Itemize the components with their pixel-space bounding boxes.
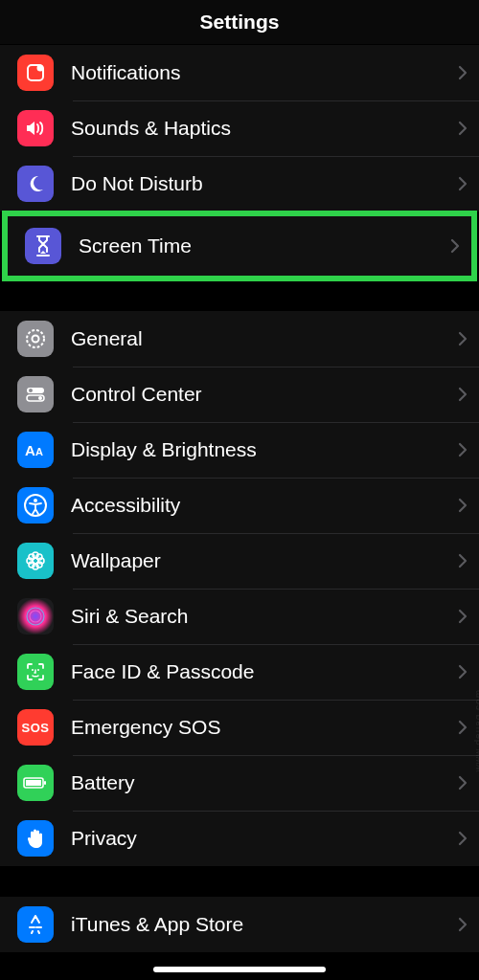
row-label: Accessibility	[71, 494, 458, 517]
switches-icon	[17, 376, 54, 412]
row-accessibility[interactable]: Accessibility	[0, 478, 479, 533]
svg-point-23	[32, 669, 34, 671]
row-label: Wallpaper	[71, 549, 458, 572]
row-label: Control Center	[71, 383, 458, 406]
svg-point-22	[30, 611, 41, 622]
row-faceid[interactable]: Face ID & Passcode	[0, 644, 479, 700]
row-siri[interactable]: Siri & Search	[0, 589, 479, 644]
home-indicator[interactable]	[153, 967, 326, 972]
svg-text:A: A	[35, 446, 43, 457]
row-label: General	[71, 327, 458, 350]
row-label: Siri & Search	[71, 605, 458, 628]
siri-icon	[17, 598, 54, 635]
group-gap	[0, 867, 479, 896]
sos-icon: SOS	[17, 709, 54, 746]
svg-point-3	[33, 336, 39, 343]
svg-rect-27	[44, 781, 46, 785]
hourglass-icon	[25, 228, 61, 264]
row-dnd[interactable]: Do Not Disturb	[0, 156, 479, 212]
svg-point-5	[29, 389, 33, 392]
settings-group-2: General Control Center AA Display & Brig…	[0, 310, 479, 867]
row-label: Do Not Disturb	[71, 172, 458, 195]
svg-text:A: A	[25, 442, 35, 458]
settings-group-1: Notifications Sounds & Haptics Do Not Di…	[0, 44, 479, 212]
moon-icon	[17, 166, 54, 202]
chevron-right-icon	[458, 442, 468, 457]
row-privacy[interactable]: Privacy	[0, 811, 479, 866]
row-display[interactable]: AA Display & Brightness	[0, 422, 479, 478]
watermark: www.deuaq.com	[473, 689, 479, 771]
chevron-right-icon	[450, 238, 460, 254]
chevron-right-icon	[458, 720, 468, 735]
svg-point-1	[37, 65, 44, 72]
header: Settings	[0, 0, 479, 44]
flower-icon	[17, 543, 54, 579]
sounds-icon	[17, 110, 54, 146]
chevron-right-icon	[458, 664, 468, 679]
row-sos[interactable]: SOS Emergency SOS	[0, 700, 479, 755]
row-label: Emergency SOS	[71, 716, 458, 739]
accessibility-icon	[17, 487, 54, 523]
chevron-right-icon	[458, 831, 468, 846]
chevron-right-icon	[458, 917, 468, 932]
row-battery[interactable]: Battery	[0, 755, 479, 811]
chevron-right-icon	[458, 387, 468, 402]
row-wallpaper[interactable]: Wallpaper	[0, 533, 479, 589]
chevron-right-icon	[458, 609, 468, 624]
appstore-icon	[17, 906, 54, 943]
notifications-icon	[17, 55, 54, 91]
row-label: Privacy	[71, 827, 458, 850]
row-label: Face ID & Passcode	[71, 660, 458, 683]
battery-icon	[17, 765, 54, 801]
group-gap	[0, 281, 479, 310]
row-label: Screen Time	[79, 234, 450, 257]
row-label: iTunes & App Store	[71, 913, 458, 936]
chevron-right-icon	[458, 176, 468, 191]
row-notifications[interactable]: Notifications	[0, 45, 479, 100]
row-general[interactable]: General	[0, 311, 479, 367]
row-label: Sounds & Haptics	[71, 117, 458, 140]
highlight-screen-time: Screen Time	[2, 211, 477, 281]
row-itunes[interactable]: iTunes & App Store	[0, 897, 479, 952]
svg-point-2	[27, 330, 44, 347]
row-control-center[interactable]: Control Center	[0, 367, 479, 422]
settings-group-3: iTunes & App Store	[0, 896, 479, 953]
svg-rect-26	[26, 780, 41, 786]
faceid-icon	[17, 654, 54, 690]
chevron-right-icon	[458, 775, 468, 791]
chevron-right-icon	[458, 331, 468, 346]
textsize-icon: AA	[17, 432, 54, 468]
chevron-right-icon	[458, 65, 468, 80]
row-sounds[interactable]: Sounds & Haptics	[0, 100, 479, 156]
svg-point-7	[38, 396, 42, 400]
row-label: Notifications	[71, 61, 458, 84]
row-label: Battery	[71, 771, 458, 794]
row-screen-time[interactable]: Screen Time	[8, 216, 471, 276]
chevron-right-icon	[458, 121, 468, 136]
hand-icon	[17, 820, 54, 857]
chevron-right-icon	[458, 553, 468, 568]
row-label: Display & Brightness	[71, 438, 458, 461]
gear-icon	[17, 321, 54, 357]
page-title: Settings	[200, 11, 280, 33]
svg-point-11	[34, 499, 37, 502]
chevron-right-icon	[458, 498, 468, 513]
svg-point-24	[37, 669, 39, 671]
